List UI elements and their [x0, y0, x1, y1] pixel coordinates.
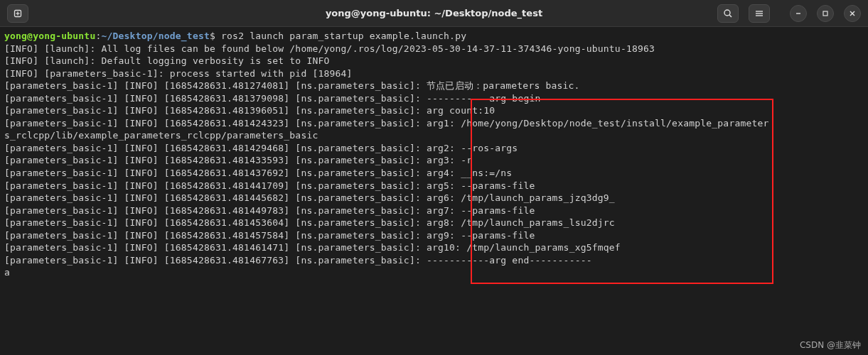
log-line: [parameters_basic-1] [INFO] [1685428631.… — [4, 80, 580, 91]
log-line: [parameters_basic-1] [INFO] [1685428631.… — [4, 93, 604, 104]
new-tab-icon — [13, 9, 23, 18]
maximize-icon — [822, 10, 829, 17]
log-line: [parameters_basic-1] [INFO] [1685428631.… — [4, 230, 535, 241]
search-icon — [723, 9, 733, 18]
log-line: s_rclcpp/lib/example_parameters_rclcpp/p… — [4, 130, 318, 141]
minimize-button[interactable] — [790, 5, 807, 22]
log-line: [parameters_basic-1] [INFO] [1685428631.… — [4, 168, 512, 178]
minimize-icon — [795, 10, 802, 17]
log-line: [parameters_basic-1] [INFO] [1685428631.… — [4, 205, 535, 216]
log-line: [parameters_basic-1] [INFO] [1685428631.… — [4, 180, 535, 191]
log-line: [parameters_basic-1] [INFO] [1685428631.… — [4, 255, 592, 266]
window-buttons — [790, 5, 861, 22]
svg-rect-9 — [823, 11, 827, 16]
terminal-output[interactable]: yong@yong-ubuntu:~/Desktop/node_test$ ro… — [0, 27, 868, 355]
hamburger-icon — [754, 9, 764, 18]
log-line: [parameters_basic-1] [INFO] [1685428631.… — [4, 155, 472, 165]
command-text: ros2 launch param_startup example.launch… — [221, 31, 466, 41]
log-line: a — [4, 267, 10, 278]
watermark: CSDN @韭菜钟 — [800, 339, 861, 351]
prompt-dollar: $ — [210, 31, 221, 41]
log-line: [parameters_basic-1] [INFO] [1685428631.… — [4, 217, 615, 228]
log-line: [parameters_basic-1] [INFO] [1685428631.… — [4, 242, 621, 253]
new-tab-button[interactable] — [7, 4, 28, 23]
hamburger-menu-button[interactable] — [749, 4, 770, 23]
log-line: [parameters_basic-1] [INFO] [1685428631.… — [4, 118, 769, 129]
log-line: [parameters_basic-1] [INFO] [1685428631.… — [4, 143, 518, 153]
close-button[interactable] — [844, 5, 861, 22]
log-line: [INFO] [launch]: All log files can be fo… — [4, 43, 655, 54]
close-icon — [849, 10, 856, 17]
titlebar-controls — [717, 4, 861, 23]
prompt-user: yong@yong-ubuntu — [4, 31, 95, 41]
svg-point-3 — [724, 10, 730, 16]
log-line: [parameters_basic-1] [INFO] [1685428631.… — [4, 192, 615, 203]
log-line: [INFO] [parameters_basic-1]: process sta… — [4, 68, 353, 79]
search-button[interactable] — [717, 4, 739, 23]
window-title: yong@yong-ubuntu: ~/Desktop/node_test — [326, 7, 542, 20]
log-line: [INFO] [launch]: Default logging verbosi… — [4, 55, 330, 66]
titlebar: yong@yong-ubuntu: ~/Desktop/node_test — [0, 0, 868, 27]
svg-line-4 — [729, 15, 732, 17]
log-line: [parameters_basic-1] [INFO] [1685428631.… — [4, 105, 495, 116]
prompt-path: ~/Desktop/node_test — [101, 31, 210, 41]
maximize-button[interactable] — [817, 5, 834, 22]
